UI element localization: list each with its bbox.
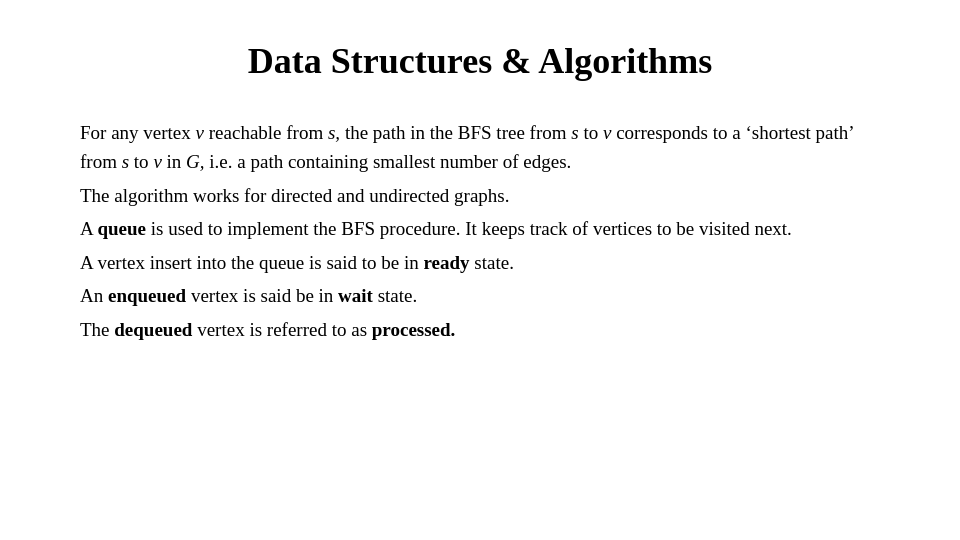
paragraph-1: For any vertex v reachable from s, the p… bbox=[80, 118, 880, 177]
paragraph-6: The dequeued vertex is referred to as pr… bbox=[80, 315, 880, 344]
slide-content: For any vertex v reachable from s, the p… bbox=[80, 118, 880, 348]
paragraph-5: An enqueued vertex is said be in wait st… bbox=[80, 281, 880, 310]
paragraph-3: A queue is used to implement the BFS pro… bbox=[80, 214, 880, 243]
paragraph-2: The algorithm works for directed and und… bbox=[80, 181, 880, 210]
paragraph-4: A vertex insert into the queue is said t… bbox=[80, 248, 880, 277]
slide-title: Data Structures & Algorithms bbox=[80, 40, 880, 82]
slide-container: Data Structures & Algorithms For any ver… bbox=[0, 0, 960, 540]
